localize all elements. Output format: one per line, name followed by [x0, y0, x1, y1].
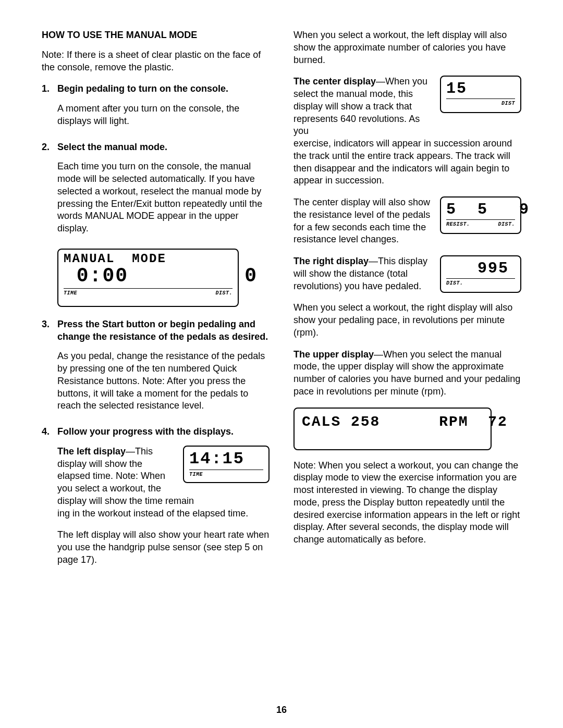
- lcd-big: 14:15: [189, 451, 263, 467]
- step-para: As you pedal, change the resistance of t…: [57, 350, 270, 412]
- left-column: HOW TO USE THE MANUAL MODE Note: If ther…: [42, 29, 270, 580]
- lcd-line2: 0:00 0: [64, 266, 232, 286]
- lcd-label-dist: DIST.: [446, 280, 463, 287]
- lcd-big: 15: [446, 81, 515, 96]
- center-display-cont: exercise, indicators will appear in succ…: [293, 138, 521, 187]
- steps-list: 1. Begin pedaling to turn on the console…: [42, 83, 270, 244]
- step-title: Begin pedaling to turn on the console.: [57, 83, 270, 95]
- lcd-label-time: TIME: [189, 471, 203, 478]
- left-display-block: 14:15 TIME The left display—This display…: [57, 446, 270, 508]
- lcd-labels: DIST: [446, 98, 515, 107]
- lcd-manual-mode: MANUAL MODE 0:00 0 TIME DIST.: [57, 249, 239, 307]
- lcd-labels: DIST.: [446, 278, 515, 287]
- right-display-p2: When you select a workout, the right dis…: [293, 302, 521, 339]
- lcd-label-dist: DIST.: [215, 290, 232, 297]
- lcd-labels: RESIST. DIST.: [446, 219, 515, 228]
- right-column: When you select a workout, the left disp…: [293, 29, 521, 580]
- left-display-lead: The left display: [57, 446, 126, 456]
- lcd-big: 5 5 9: [446, 202, 515, 217]
- center-display-block-2: 5 5 9 RESIST. DIST. The center display w…: [293, 196, 521, 255]
- step-number: 2.: [42, 141, 52, 244]
- two-column-layout: HOW TO USE THE MANUAL MODE Note: If ther…: [42, 29, 521, 580]
- step-1: 1. Begin pedaling to turn on the console…: [42, 83, 270, 137]
- step-4: 4. Follow your progress with the display…: [42, 426, 270, 576]
- lcd-big: 995: [446, 261, 515, 276]
- step-number: 4.: [42, 426, 52, 576]
- center-display-block-1: 15 DIST The center display—When you sele…: [293, 76, 521, 138]
- step-number: 1.: [42, 83, 52, 137]
- page-number: 16: [0, 705, 563, 715]
- center-display-lead: The center display: [293, 76, 376, 87]
- lcd-right-display: 995 DIST.: [440, 255, 521, 293]
- lcd-center-1: 15 DIST: [440, 76, 521, 113]
- lcd-label-dist: DIST.: [498, 221, 515, 228]
- left-display-cont: ing in the workout instead of the elapse…: [57, 508, 270, 520]
- manual-page: HOW TO USE THE MANUAL MODE Note: If ther…: [0, 0, 563, 728]
- step-para: Each time you turn on the console, the m…: [57, 161, 270, 235]
- step-3: 3. Press the Start button or begin pedal…: [42, 318, 270, 422]
- lcd-line1: MANUAL MODE: [64, 253, 232, 265]
- lcd-upper-display: CALS 258 RPM 72: [293, 408, 492, 450]
- lcd-label-time: TIME: [64, 290, 77, 297]
- upper-display-para: The upper display—When you select the ma…: [293, 349, 521, 398]
- steps-list-continued: 3. Press the Start button or begin pedal…: [42, 318, 270, 576]
- intro-note: Note: If there is a sheet of clear plast…: [42, 49, 270, 74]
- left-display-p2: The left display will also show your hea…: [57, 529, 270, 566]
- step-para: A moment after you turn on the console, …: [57, 103, 270, 128]
- lcd-left-display: 14:15 TIME: [183, 446, 270, 483]
- right-display-block: 995 DIST. The right display—This display…: [293, 255, 521, 302]
- step-title: Follow your progress with the displays.: [57, 426, 270, 438]
- lcd-line: CALS 258 RPM 72: [300, 412, 485, 433]
- lcd-labels: TIME DIST.: [64, 288, 232, 297]
- upper-display-lead: The upper display: [293, 349, 374, 360]
- lcd-label-dist: DIST: [501, 100, 515, 107]
- step-2: 2. Select the manual mode. Each time you…: [42, 141, 270, 244]
- step-number: 3.: [42, 318, 52, 422]
- right-display-lead: The right display: [293, 256, 369, 266]
- step-title: Select the manual mode.: [57, 141, 270, 154]
- lcd-label-resist: RESIST.: [446, 221, 470, 228]
- step-title: Press the Start button or begin pedaling…: [57, 318, 270, 343]
- right-intro: When you select a workout, the left disp…: [293, 29, 521, 66]
- section-heading: HOW TO USE THE MANUAL MODE: [42, 29, 270, 42]
- display-mode-note: Note: When you select a workout, you can…: [293, 460, 521, 546]
- lcd-labels: TIME: [189, 470, 263, 478]
- lcd-center-2: 5 5 9 RESIST. DIST.: [440, 196, 521, 234]
